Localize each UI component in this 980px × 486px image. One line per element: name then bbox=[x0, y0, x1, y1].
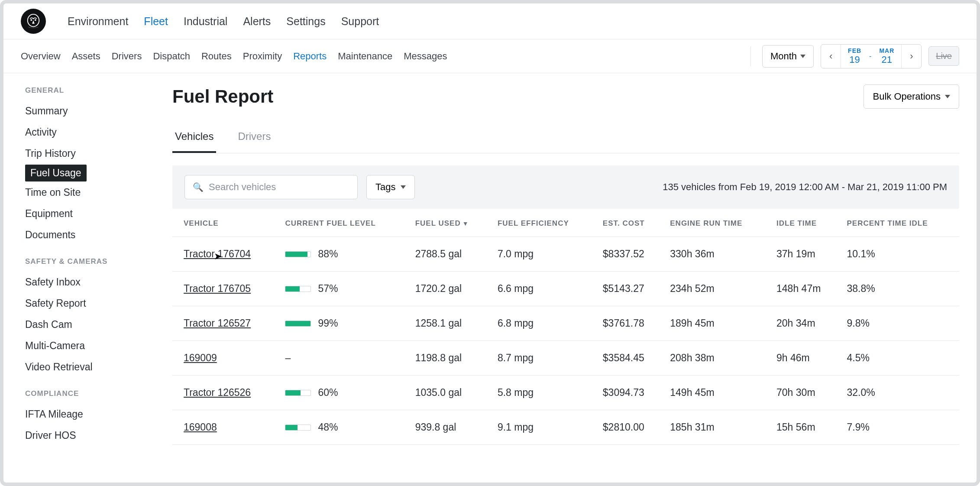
caret-down-icon bbox=[945, 95, 950, 98]
top-nav-industrial[interactable]: Industrial bbox=[184, 15, 227, 28]
table-row: Tractor 17670557%1720.2 gal6.6 mpg$5143.… bbox=[172, 272, 959, 306]
date-from[interactable]: FEB 19 bbox=[841, 45, 868, 68]
period-select-button[interactable]: Month bbox=[762, 45, 814, 68]
sidebar-item-trip-history[interactable]: Trip History bbox=[25, 143, 155, 164]
cell-cost: $8337.52 bbox=[598, 237, 665, 272]
col-engine-run-time[interactable]: ENGINE RUN TIME bbox=[665, 209, 771, 237]
date-next-button[interactable]: › bbox=[901, 45, 921, 68]
date-prev-button[interactable]: ‹ bbox=[821, 45, 841, 68]
live-button[interactable]: Live bbox=[928, 46, 959, 66]
fuel-level-cell: 60% bbox=[280, 376, 410, 410]
vehicle-link[interactable]: 169009 bbox=[184, 352, 217, 363]
col-percent-time-idle[interactable]: PERCENT TIME IDLE bbox=[842, 209, 960, 237]
cell-eff: 8.7 mpg bbox=[492, 341, 598, 376]
top-nav-settings[interactable]: Settings bbox=[286, 15, 325, 28]
tab-vehicles[interactable]: Vehicles bbox=[172, 123, 216, 153]
col-fuel-efficiency[interactable]: FUEL EFFICIENCY bbox=[492, 209, 598, 237]
cell-eff: 6.6 mpg bbox=[492, 272, 598, 306]
vehicle-link[interactable]: Tractor 126526 bbox=[184, 387, 251, 398]
search-box[interactable]: 🔍 bbox=[184, 175, 358, 199]
fuel-table: VEHICLECURRENT FUEL LEVELFUEL USED▼FUEL … bbox=[172, 209, 959, 445]
sub-nav-routes[interactable]: Routes bbox=[201, 51, 232, 62]
cell-cost: $3584.45 bbox=[598, 341, 665, 376]
tags-filter-button[interactable]: Tags bbox=[366, 175, 415, 199]
sidebar-item-activity[interactable]: Activity bbox=[25, 122, 155, 143]
cell-pct: 32.0% bbox=[842, 376, 960, 410]
cell-pct: 38.8% bbox=[842, 272, 960, 306]
sub-nav-divider bbox=[750, 46, 751, 66]
col-current-fuel-level[interactable]: CURRENT FUEL LEVEL bbox=[280, 209, 410, 237]
sidebar-section-title: SAFETY & CAMERAS bbox=[25, 257, 155, 266]
vehicle-link[interactable]: Tractor 126527 bbox=[184, 318, 251, 329]
search-icon: 🔍 bbox=[193, 182, 204, 192]
caret-down-icon bbox=[401, 185, 406, 189]
cell-fuelUsed: 1720.2 gal bbox=[410, 272, 492, 306]
col-est-cost[interactable]: EST. COST bbox=[598, 209, 665, 237]
col-fuel-used[interactable]: FUEL USED▼ bbox=[410, 209, 492, 237]
cell-run: 189h 45m bbox=[665, 306, 771, 341]
sidebar-section-title: GENERAL bbox=[25, 86, 155, 95]
date-to-month: MAR bbox=[879, 47, 894, 54]
bulk-operations-label: Bulk Operations bbox=[873, 91, 941, 102]
fuel-bar bbox=[285, 424, 311, 431]
tabs: VehiclesDrivers bbox=[172, 123, 959, 153]
sub-nav-drivers[interactable]: Drivers bbox=[112, 51, 142, 62]
tab-drivers[interactable]: Drivers bbox=[235, 123, 273, 153]
sidebar-item-ifta-mileage[interactable]: IFTA Mileage bbox=[25, 404, 155, 424]
top-nav-alerts[interactable]: Alerts bbox=[243, 15, 271, 28]
sub-nav-dispatch[interactable]: Dispatch bbox=[153, 51, 190, 62]
sidebar-item-summary[interactable]: Summary bbox=[25, 101, 155, 121]
sort-desc-icon: ▼ bbox=[463, 220, 469, 227]
top-nav-fleet[interactable]: Fleet bbox=[144, 15, 168, 28]
sidebar-item-documents[interactable]: Documents bbox=[25, 225, 155, 245]
cell-eff: 7.0 mpg bbox=[492, 237, 598, 272]
col-vehicle[interactable]: VEHICLE bbox=[172, 209, 280, 237]
cell-run: 185h 31m bbox=[665, 410, 771, 445]
date-to[interactable]: MAR 21 bbox=[872, 45, 901, 68]
fuel-pct: 48% bbox=[318, 421, 338, 433]
sidebar-item-safety-inbox[interactable]: Safety Inbox bbox=[25, 272, 155, 292]
sidebar-item-dash-cam[interactable]: Dash Cam bbox=[25, 314, 155, 335]
sidebar-item-safety-report[interactable]: Safety Report bbox=[25, 293, 155, 314]
sidebar-item-video-retrieval[interactable]: Video Retrieval bbox=[25, 357, 155, 377]
tags-label: Tags bbox=[375, 181, 395, 193]
sidebar-item-multi-camera[interactable]: Multi-Camera bbox=[25, 336, 155, 356]
sub-nav-reports[interactable]: Reports bbox=[293, 51, 327, 62]
fuel-pct: 99% bbox=[318, 318, 338, 329]
sidebar-item-driver-hos[interactable]: Driver HOS bbox=[25, 425, 155, 446]
fuel-bar bbox=[285, 251, 311, 257]
search-input[interactable] bbox=[209, 181, 349, 193]
svg-point-0 bbox=[28, 14, 39, 27]
cell-pct: 10.1% bbox=[842, 237, 960, 272]
sub-nav-maintenance[interactable]: Maintenance bbox=[338, 51, 392, 62]
sidebar-item-equipment[interactable]: Equipment bbox=[25, 204, 155, 224]
fuel-bar bbox=[285, 390, 311, 396]
vehicle-link[interactable]: 169008 bbox=[184, 421, 217, 433]
vehicle-link[interactable]: Tractor 176704 bbox=[184, 248, 251, 259]
sidebar-item-fuel-usage[interactable]: Fuel Usage bbox=[25, 165, 87, 181]
cell-idle: 15h 56m bbox=[771, 410, 841, 445]
col-idle-time[interactable]: IDLE TIME bbox=[771, 209, 841, 237]
cell-fuelUsed: 1198.8 gal bbox=[410, 341, 492, 376]
top-nav-environment[interactable]: Environment bbox=[68, 15, 128, 28]
cell-pct: 4.5% bbox=[842, 341, 960, 376]
cell-eff: 6.8 mpg bbox=[492, 306, 598, 341]
sidebar-item-time-on-site[interactable]: Time on Site bbox=[25, 182, 155, 203]
bulk-operations-button[interactable]: Bulk Operations bbox=[864, 84, 959, 109]
caret-down-icon bbox=[800, 55, 805, 58]
date-from-day: 19 bbox=[849, 54, 860, 65]
date-to-day: 21 bbox=[882, 54, 892, 65]
content-area: Fuel Report Bulk Operations VehiclesDriv… bbox=[155, 73, 977, 476]
fuel-level-cell: 99% bbox=[280, 306, 410, 341]
top-nav: EnvironmentFleetIndustrialAlertsSettings… bbox=[3, 3, 977, 39]
cell-fuelUsed: 2788.5 gal bbox=[410, 237, 492, 272]
sub-nav-messages[interactable]: Messages bbox=[404, 51, 447, 62]
sub-nav-assets[interactable]: Assets bbox=[72, 51, 100, 62]
cell-fuelUsed: 939.8 gal bbox=[410, 410, 492, 445]
sub-nav-overview[interactable]: Overview bbox=[21, 51, 61, 62]
svg-point-2 bbox=[35, 19, 36, 21]
top-nav-support[interactable]: Support bbox=[341, 15, 379, 28]
vehicle-link[interactable]: Tractor 176705 bbox=[184, 283, 251, 294]
sub-nav-proximity[interactable]: Proximity bbox=[243, 51, 282, 62]
table-row: Tractor 12652660%1035.0 gal5.8 mpg$3094.… bbox=[172, 376, 959, 410]
